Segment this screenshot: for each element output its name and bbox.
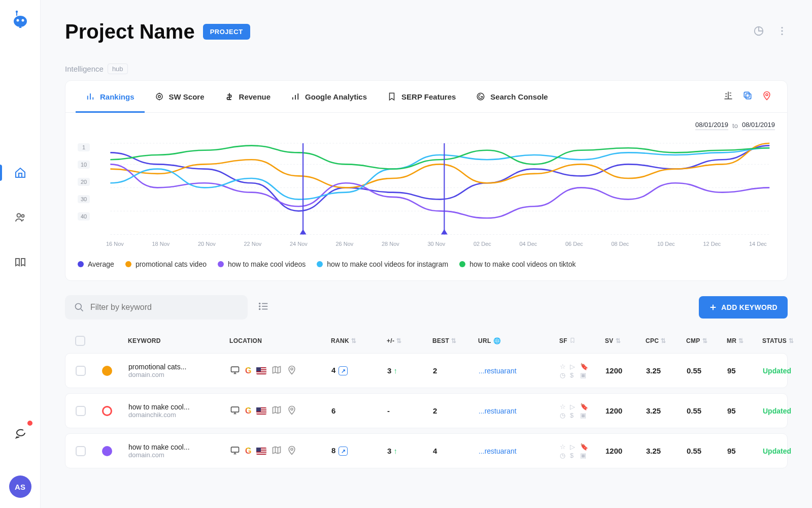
table-row[interactable]: promotional cats...domain.comG4↗3 ↑2...r…	[65, 353, 788, 388]
date-to-label: to	[732, 122, 738, 130]
nav-users[interactable]	[8, 205, 32, 230]
sv-cell: 1200	[605, 447, 646, 455]
legend-dot	[317, 261, 323, 267]
select-all-checkbox[interactable]	[75, 336, 85, 346]
rank-badge-icon: ↗	[339, 447, 348, 456]
arrow-up-icon: ↑	[394, 447, 398, 455]
cpc-cell: 3.25	[646, 406, 687, 415]
domain-text: domain.com	[128, 451, 230, 459]
table-row[interactable]: how to make cool...domainchik.comG6-2...…	[65, 393, 788, 428]
svg-point-26	[259, 309, 260, 310]
tabs-bar: Rankings SW Score Revenue Google Analyti…	[65, 81, 787, 113]
cpc-cell: 3.25	[646, 366, 687, 375]
svg-rect-29	[231, 407, 239, 412]
tab-label: Google Analytics	[305, 92, 367, 101]
status-cell: Updated	[763, 367, 791, 375]
svg-point-8	[781, 30, 783, 31]
tab-google-analytics[interactable]: Google Analytics	[281, 81, 377, 112]
cpc-cell: 3.25	[646, 447, 687, 455]
url-cell[interactable]: ...restuarant	[479, 407, 560, 415]
svg-point-7	[781, 26, 783, 28]
series-dot	[102, 406, 112, 416]
rank-badge-icon: ↗	[339, 366, 348, 375]
legend-item[interactable]: Average	[78, 260, 114, 268]
rank-cell: 4↗	[331, 366, 387, 376]
location-pin-icon[interactable]	[762, 90, 772, 103]
add-keyword-button[interactable]: ADD KEYWORD	[699, 296, 788, 319]
date-to[interactable]: 08/01/2019	[742, 121, 775, 130]
tab-serp-features[interactable]: SERP Features	[377, 81, 466, 112]
sort-icon[interactable]: ⇅	[789, 337, 794, 344]
delta-cell: -	[387, 406, 433, 415]
series-dot	[102, 366, 112, 376]
tab-search-console[interactable]: Search Console	[466, 81, 558, 112]
url-cell[interactable]: ...restuarant	[479, 367, 560, 375]
table-header-row: KEYWORD LOCATION RANK⇅ +/-⇅ BEST⇅ URL 🌐 …	[65, 329, 788, 353]
keyword-text: promotional cats...	[128, 363, 230, 371]
keyword-text: how to make cool...	[128, 443, 230, 451]
nav-chat[interactable]	[8, 421, 32, 445]
bookmark-icon	[569, 337, 576, 345]
arrow-up-icon: ↑	[394, 366, 398, 375]
keyword-text: how to make cool...	[128, 403, 230, 411]
tab-revenue[interactable]: Revenue	[215, 81, 281, 112]
breadcrumb-text: Intelligence	[65, 65, 104, 73]
chart-x-ticks: 16 Nov18 Nov20 Nov22 Nov24 Nov26 Nov28 N…	[65, 240, 787, 255]
sort-icon[interactable]: ⇅	[396, 337, 401, 344]
sort-icon[interactable]: ⇅	[738, 337, 743, 344]
list-view-icon[interactable]	[258, 301, 269, 314]
filter-keyword[interactable]	[65, 295, 248, 320]
nav-docs[interactable]	[8, 250, 32, 274]
url-cell[interactable]: ...restuarant	[479, 447, 560, 455]
svg-point-11	[158, 96, 160, 98]
device-desktop-icon	[230, 365, 240, 377]
page-title: Project Name	[65, 20, 195, 43]
legend-item[interactable]: how to make cool videos on tiktok	[459, 260, 576, 268]
legend-label: how to make cool videos for instagram	[327, 260, 448, 268]
rank-cell: 8↗	[331, 446, 387, 456]
google-icon: G	[245, 366, 251, 375]
tab-label: Search Console	[490, 92, 548, 101]
legend-item[interactable]: how to make cool videos for instagram	[317, 260, 448, 268]
svg-point-5	[21, 215, 24, 217]
sort-icon[interactable]: ⇅	[661, 337, 666, 344]
svg-rect-13	[744, 92, 749, 97]
svg-rect-27	[231, 367, 239, 372]
sort-icon[interactable]: ⇅	[451, 337, 456, 344]
legend-dot	[459, 261, 465, 267]
nav-home[interactable]	[8, 161, 32, 185]
pin-icon	[287, 445, 297, 457]
delta-cell: 3 ↑	[387, 366, 433, 375]
table-body: promotional cats...domain.comG4↗3 ↑2...r…	[65, 353, 788, 468]
domain-text: domain.com	[128, 371, 230, 378]
row-checkbox[interactable]	[76, 446, 86, 456]
svg-point-32	[291, 448, 293, 450]
legend-dot	[78, 261, 84, 267]
legend-item[interactable]: promotional cats video	[125, 260, 207, 268]
user-avatar[interactable]: AS	[9, 475, 31, 498]
col-location: LOCATION	[229, 337, 331, 344]
row-checkbox[interactable]	[76, 366, 86, 376]
sort-icon[interactable]: ⇅	[616, 337, 621, 344]
chart-toggle-icon[interactable]	[753, 25, 764, 39]
table-row[interactable]: how to make cool...domain.comG8↗3 ↑4...r…	[65, 433, 788, 468]
rankings-card: Rankings SW Score Revenue Google Analyti…	[65, 80, 788, 281]
pin-icon	[287, 365, 297, 377]
compare-icon[interactable]	[723, 90, 733, 103]
sort-icon[interactable]: ⇅	[351, 337, 356, 344]
svg-point-2	[16, 19, 19, 22]
device-desktop-icon	[230, 405, 240, 417]
date-from[interactable]: 08/01/2019	[695, 121, 728, 130]
legend-item[interactable]: how to make cool videos	[218, 260, 306, 268]
search-icon	[74, 302, 84, 312]
row-checkbox[interactable]	[76, 406, 86, 416]
sort-icon[interactable]: ⇅	[702, 337, 707, 344]
tab-sw-score[interactable]: SW Score	[145, 81, 215, 112]
sv-cell: 1200	[605, 406, 646, 415]
filter-input[interactable]	[90, 303, 239, 312]
more-menu-icon[interactable]	[776, 25, 788, 39]
app-logo	[11, 10, 29, 28]
tab-rankings[interactable]: Rankings	[76, 81, 145, 112]
col-best: BEST⇅	[432, 337, 478, 344]
copy-icon[interactable]	[742, 90, 753, 103]
